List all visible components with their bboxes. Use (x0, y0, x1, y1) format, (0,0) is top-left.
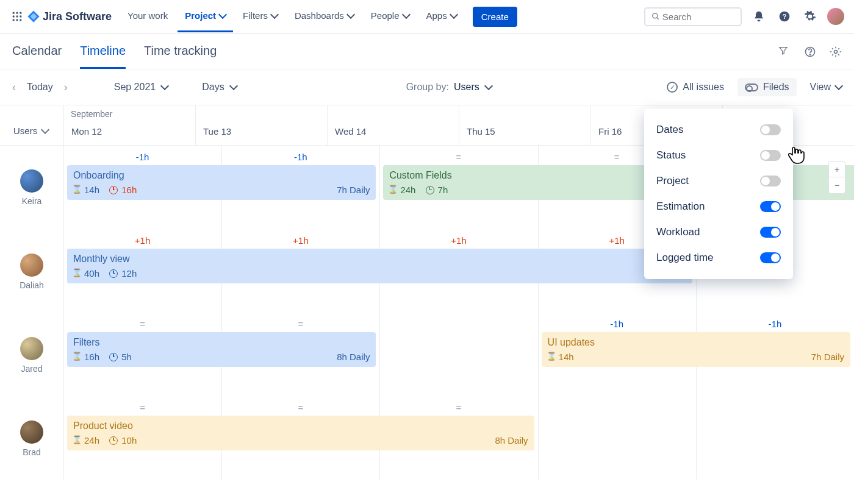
task-logged: 10h (121, 435, 137, 445)
field-label: Project (656, 175, 689, 187)
zoom-in-button[interactable]: + (829, 161, 845, 177)
help-icon-small[interactable] (804, 46, 816, 58)
all-issues-button[interactable]: All issues (667, 82, 724, 93)
task-title: UI updates (548, 337, 844, 348)
notifications-icon[interactable] (750, 8, 767, 25)
toggle-switch[interactable] (760, 150, 781, 161)
timeline-row: ===Product video24h 10h8h Daily (63, 396, 854, 480)
hourglass-icon (73, 269, 81, 278)
nav-item-people[interactable]: People (364, 1, 417, 32)
task-bar[interactable]: Filters16h 5h8h Daily (67, 332, 376, 367)
nav-item-apps[interactable]: Apps (419, 1, 464, 32)
clock-icon (109, 269, 118, 278)
toggle-icon (745, 83, 758, 91)
jira-logo[interactable]: Jira Software (27, 10, 112, 23)
day-header-cell: Tue 13 (195, 105, 327, 145)
month-label: Sep 2021 (114, 82, 156, 93)
subtab-time-tracking[interactable]: Time tracking (144, 35, 217, 69)
settings-icon-small[interactable] (830, 46, 842, 58)
task-daily: 7h Daily (811, 352, 844, 362)
task-bar[interactable]: Product video24h 10h8h Daily (67, 416, 534, 450)
sub-tabs: CalendarTimelineTime tracking (0, 34, 854, 69)
today-button[interactable]: Today (27, 82, 53, 93)
zoom-out-button[interactable]: − (829, 177, 845, 193)
user-cell-jared[interactable]: Jared (0, 313, 63, 397)
task-logged: 5h (121, 352, 132, 362)
task-bar[interactable]: Onboarding14h 16h7h Daily (67, 165, 376, 200)
task-bar[interactable]: UI updates14h7h Daily (542, 332, 850, 367)
chevron-down-icon (346, 10, 355, 18)
app-switcher-icon[interactable] (10, 9, 24, 24)
month-picker[interactable]: Sep 2021 (114, 82, 168, 93)
task-estimate: 16h (84, 352, 99, 362)
prev-arrow[interactable]: ‹ (12, 81, 16, 94)
scale-picker[interactable]: Days (202, 82, 236, 93)
task-logged: 16h (121, 185, 137, 195)
workload-summary: +1h (63, 235, 221, 246)
svg-point-8 (20, 19, 21, 21)
workload-summary: = (63, 319, 221, 329)
workload-summary: -1h (63, 152, 221, 162)
svg-point-7 (16, 19, 18, 21)
nav-item-filters[interactable]: Filters (235, 1, 285, 32)
chevron-down-icon (484, 82, 493, 90)
field-toggle-estimation: Estimation (644, 194, 793, 219)
clock-icon (109, 436, 118, 445)
search-input[interactable] (662, 12, 734, 22)
field-toggle-logged-time: Logged time (644, 245, 793, 271)
toggle-switch[interactable] (760, 176, 781, 186)
chevron-down-icon (41, 125, 49, 133)
user-avatar-small (20, 421, 43, 444)
fields-button[interactable]: Fileds (737, 78, 797, 96)
user-cell-brad[interactable]: Brad (0, 397, 63, 480)
top-nav: Jira Software Your workProjectFiltersDas… (0, 0, 854, 34)
view-button[interactable]: View (810, 82, 842, 93)
help-icon[interactable]: ? (776, 8, 793, 25)
subtab-calendar[interactable]: Calendar (12, 35, 62, 69)
svg-point-2 (20, 12, 21, 14)
filter-icon[interactable] (778, 46, 791, 58)
field-label: Workload (656, 226, 700, 238)
svg-point-3 (13, 15, 15, 17)
create-button[interactable]: Create (473, 7, 517, 27)
workload-summary: +1h (221, 235, 379, 246)
task-bar[interactable]: Monthly view40h 12h10h Daily (67, 249, 692, 283)
workload-summary: -1h (696, 319, 854, 329)
svg-text:?: ? (782, 12, 786, 20)
search-box[interactable] (644, 7, 742, 26)
task-estimate: 40h (84, 268, 99, 279)
toggle-switch[interactable] (760, 252, 781, 263)
fields-label: Fileds (763, 82, 789, 93)
chevron-down-icon (270, 10, 279, 18)
toggle-switch[interactable] (760, 124, 781, 135)
chevron-down-icon (218, 10, 227, 18)
users-header[interactable]: Users (0, 105, 63, 146)
task-title: Onboarding (73, 170, 370, 181)
chevron-down-icon (160, 82, 169, 90)
toggle-switch[interactable] (760, 227, 781, 238)
task-title: Filters (73, 337, 370, 348)
subtab-timeline[interactable]: Timeline (80, 35, 126, 69)
user-cell-daliah[interactable]: Daliah (0, 230, 63, 313)
field-label: Status (656, 149, 686, 161)
group-by-label: Group by: (406, 82, 449, 93)
settings-icon[interactable] (802, 8, 819, 25)
toggle-switch[interactable] (760, 201, 781, 212)
user-cell-keira[interactable]: Keira (0, 146, 63, 230)
field-label: Dates (656, 124, 683, 136)
nav-item-dashboards[interactable]: Dashboards (287, 1, 361, 32)
task-estimate: 14h (559, 352, 574, 362)
workload-summary: = (63, 402, 221, 413)
task-title: Product video (73, 421, 528, 431)
nav-item-your-work[interactable]: Your work (120, 1, 175, 32)
group-by-picker[interactable]: Users (454, 82, 492, 93)
workload-summary: = (221, 402, 379, 413)
workload-summary: = (379, 152, 537, 162)
day-header-cell: Wed 14 (327, 105, 459, 145)
user-avatar-small (20, 254, 43, 277)
chevron-down-icon (450, 10, 458, 18)
next-arrow[interactable]: › (64, 81, 68, 94)
user-avatar[interactable] (827, 8, 844, 25)
nav-item-project[interactable]: Project (178, 1, 233, 32)
timeline-row: ==-1h-1hFilters16h 5h8h DailyUI updates1… (63, 313, 854, 396)
